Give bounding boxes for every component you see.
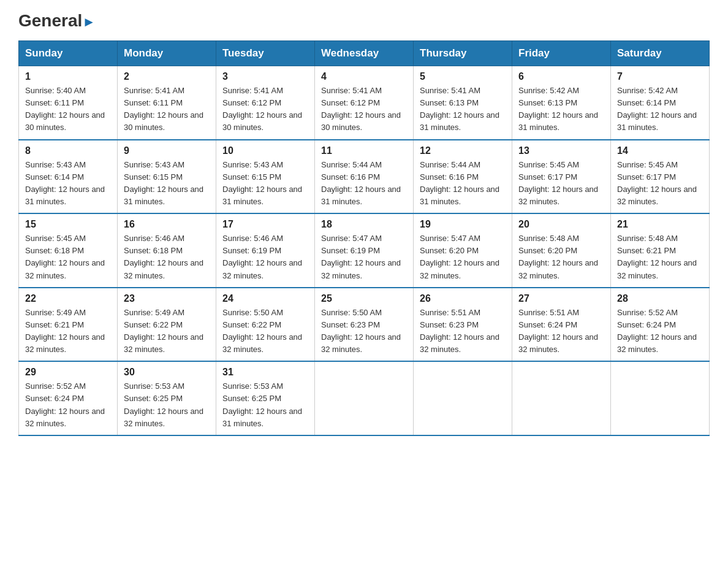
calendar-cell: 15Sunrise: 5:45 AMSunset: 6:18 PMDayligh… bbox=[19, 213, 118, 288]
day-info: Sunrise: 5:42 AMSunset: 6:13 PMDaylight:… bbox=[518, 85, 604, 134]
day-info: Sunrise: 5:50 AMSunset: 6:23 PMDaylight:… bbox=[321, 307, 407, 356]
calendar-cell: 2Sunrise: 5:41 AMSunset: 6:11 PMDaylight… bbox=[118, 66, 216, 140]
calendar-cell: 24Sunrise: 5:50 AMSunset: 6:22 PMDayligh… bbox=[216, 288, 315, 362]
column-header-friday: Friday bbox=[512, 41, 611, 66]
calendar-header-row: SundayMondayTuesdayWednesdayThursdayFrid… bbox=[19, 41, 710, 66]
calendar-cell: 21Sunrise: 5:48 AMSunset: 6:21 PMDayligh… bbox=[611, 213, 710, 288]
day-info: Sunrise: 5:43 AMSunset: 6:14 PMDaylight:… bbox=[25, 159, 111, 209]
calendar-cell: 26Sunrise: 5:51 AMSunset: 6:23 PMDayligh… bbox=[414, 288, 512, 362]
day-info: Sunrise: 5:46 AMSunset: 6:18 PMDaylight:… bbox=[124, 232, 210, 282]
day-info: Sunrise: 5:43 AMSunset: 6:15 PMDaylight:… bbox=[222, 159, 308, 209]
calendar-cell: 29Sunrise: 5:52 AMSunset: 6:24 PMDayligh… bbox=[19, 361, 118, 435]
calendar-cell: 3Sunrise: 5:41 AMSunset: 6:12 PMDaylight… bbox=[216, 66, 315, 140]
calendar-cell: 9Sunrise: 5:43 AMSunset: 6:15 PMDaylight… bbox=[118, 140, 216, 214]
day-number: 11 bbox=[321, 145, 407, 156]
calendar-cell: 22Sunrise: 5:49 AMSunset: 6:21 PMDayligh… bbox=[19, 288, 118, 362]
calendar-table: SundayMondayTuesdayWednesdayThursdayFrid… bbox=[18, 40, 710, 436]
calendar-cell bbox=[611, 361, 710, 435]
logo: General► bbox=[18, 12, 96, 29]
day-info: Sunrise: 5:47 AMSunset: 6:20 PMDaylight:… bbox=[420, 232, 506, 282]
calendar-cell: 7Sunrise: 5:42 AMSunset: 6:14 PMDaylight… bbox=[611, 66, 710, 140]
day-info: Sunrise: 5:49 AMSunset: 6:21 PMDaylight:… bbox=[25, 307, 111, 356]
column-header-wednesday: Wednesday bbox=[315, 41, 414, 66]
day-number: 4 bbox=[321, 71, 407, 82]
day-info: Sunrise: 5:48 AMSunset: 6:20 PMDaylight:… bbox=[518, 232, 604, 282]
day-info: Sunrise: 5:48 AMSunset: 6:21 PMDaylight:… bbox=[617, 232, 703, 282]
day-info: Sunrise: 5:41 AMSunset: 6:12 PMDaylight:… bbox=[222, 85, 308, 134]
calendar-cell: 4Sunrise: 5:41 AMSunset: 6:12 PMDaylight… bbox=[315, 66, 414, 140]
day-number: 27 bbox=[518, 293, 604, 304]
logo-general-text: General► bbox=[18, 12, 96, 29]
day-number: 24 bbox=[222, 293, 308, 304]
page-header: General► bbox=[18, 12, 710, 29]
calendar-cell: 16Sunrise: 5:46 AMSunset: 6:18 PMDayligh… bbox=[118, 213, 216, 288]
day-info: Sunrise: 5:45 AMSunset: 6:17 PMDaylight:… bbox=[617, 159, 703, 209]
day-number: 8 bbox=[25, 145, 111, 156]
day-number: 26 bbox=[420, 293, 506, 304]
calendar-cell: 5Sunrise: 5:41 AMSunset: 6:13 PMDaylight… bbox=[414, 66, 512, 140]
day-info: Sunrise: 5:51 AMSunset: 6:24 PMDaylight:… bbox=[518, 307, 604, 356]
day-info: Sunrise: 5:53 AMSunset: 6:25 PMDaylight:… bbox=[124, 380, 210, 430]
day-number: 14 bbox=[617, 145, 703, 156]
calendar-cell: 20Sunrise: 5:48 AMSunset: 6:20 PMDayligh… bbox=[512, 213, 611, 288]
calendar-cell: 10Sunrise: 5:43 AMSunset: 6:15 PMDayligh… bbox=[216, 140, 315, 214]
day-info: Sunrise: 5:41 AMSunset: 6:13 PMDaylight:… bbox=[420, 85, 506, 134]
day-number: 17 bbox=[222, 219, 308, 230]
day-number: 5 bbox=[420, 71, 506, 82]
calendar-cell bbox=[512, 361, 611, 435]
day-number: 19 bbox=[420, 219, 506, 230]
day-number: 20 bbox=[518, 219, 604, 230]
day-number: 28 bbox=[617, 293, 703, 304]
calendar-cell: 31Sunrise: 5:53 AMSunset: 6:25 PMDayligh… bbox=[216, 361, 315, 435]
calendar-cell: 28Sunrise: 5:52 AMSunset: 6:24 PMDayligh… bbox=[611, 288, 710, 362]
day-number: 16 bbox=[124, 219, 210, 230]
calendar-cell: 30Sunrise: 5:53 AMSunset: 6:25 PMDayligh… bbox=[118, 361, 216, 435]
day-number: 9 bbox=[124, 145, 210, 156]
day-number: 30 bbox=[124, 367, 210, 378]
column-header-saturday: Saturday bbox=[611, 41, 710, 66]
calendar-week-row: 29Sunrise: 5:52 AMSunset: 6:24 PMDayligh… bbox=[19, 361, 710, 435]
calendar-week-row: 1Sunrise: 5:40 AMSunset: 6:11 PMDaylight… bbox=[19, 66, 710, 140]
column-header-monday: Monday bbox=[118, 41, 216, 66]
calendar-cell: 11Sunrise: 5:44 AMSunset: 6:16 PMDayligh… bbox=[315, 140, 414, 214]
day-number: 23 bbox=[124, 293, 210, 304]
day-number: 29 bbox=[25, 367, 111, 378]
day-number: 1 bbox=[25, 71, 111, 82]
column-header-thursday: Thursday bbox=[414, 41, 512, 66]
day-info: Sunrise: 5:52 AMSunset: 6:24 PMDaylight:… bbox=[25, 380, 111, 430]
calendar-cell: 14Sunrise: 5:45 AMSunset: 6:17 PMDayligh… bbox=[611, 140, 710, 214]
day-info: Sunrise: 5:45 AMSunset: 6:17 PMDaylight:… bbox=[518, 159, 604, 209]
day-number: 2 bbox=[124, 71, 210, 82]
day-number: 15 bbox=[25, 219, 111, 230]
day-number: 7 bbox=[617, 71, 703, 82]
calendar-cell: 12Sunrise: 5:44 AMSunset: 6:16 PMDayligh… bbox=[414, 140, 512, 214]
calendar-cell: 18Sunrise: 5:47 AMSunset: 6:19 PMDayligh… bbox=[315, 213, 414, 288]
calendar-week-row: 8Sunrise: 5:43 AMSunset: 6:14 PMDaylight… bbox=[19, 140, 710, 214]
calendar-cell: 25Sunrise: 5:50 AMSunset: 6:23 PMDayligh… bbox=[315, 288, 414, 362]
day-info: Sunrise: 5:50 AMSunset: 6:22 PMDaylight:… bbox=[222, 307, 308, 356]
day-info: Sunrise: 5:51 AMSunset: 6:23 PMDaylight:… bbox=[420, 307, 506, 356]
day-number: 25 bbox=[321, 293, 407, 304]
calendar-cell bbox=[414, 361, 512, 435]
day-info: Sunrise: 5:47 AMSunset: 6:19 PMDaylight:… bbox=[321, 232, 407, 282]
day-info: Sunrise: 5:43 AMSunset: 6:15 PMDaylight:… bbox=[124, 159, 210, 209]
day-number: 3 bbox=[222, 71, 308, 82]
day-number: 22 bbox=[25, 293, 111, 304]
day-info: Sunrise: 5:42 AMSunset: 6:14 PMDaylight:… bbox=[617, 85, 703, 134]
day-info: Sunrise: 5:41 AMSunset: 6:11 PMDaylight:… bbox=[124, 85, 210, 134]
day-number: 12 bbox=[420, 145, 506, 156]
day-number: 18 bbox=[321, 219, 407, 230]
day-info: Sunrise: 5:53 AMSunset: 6:25 PMDaylight:… bbox=[222, 380, 308, 430]
calendar-cell bbox=[315, 361, 414, 435]
calendar-week-row: 15Sunrise: 5:45 AMSunset: 6:18 PMDayligh… bbox=[19, 213, 710, 288]
calendar-cell: 27Sunrise: 5:51 AMSunset: 6:24 PMDayligh… bbox=[512, 288, 611, 362]
day-number: 10 bbox=[222, 145, 308, 156]
day-number: 6 bbox=[518, 71, 604, 82]
day-info: Sunrise: 5:52 AMSunset: 6:24 PMDaylight:… bbox=[617, 307, 703, 356]
day-info: Sunrise: 5:45 AMSunset: 6:18 PMDaylight:… bbox=[25, 232, 111, 282]
day-number: 13 bbox=[518, 145, 604, 156]
day-info: Sunrise: 5:49 AMSunset: 6:22 PMDaylight:… bbox=[124, 307, 210, 356]
column-header-sunday: Sunday bbox=[19, 41, 118, 66]
day-info: Sunrise: 5:44 AMSunset: 6:16 PMDaylight:… bbox=[321, 159, 407, 209]
calendar-cell: 17Sunrise: 5:46 AMSunset: 6:19 PMDayligh… bbox=[216, 213, 315, 288]
